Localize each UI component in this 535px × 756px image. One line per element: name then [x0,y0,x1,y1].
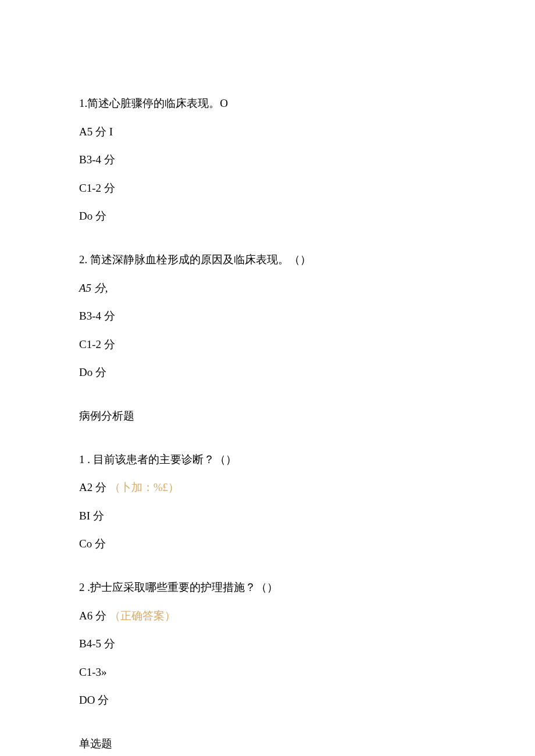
q4-option-d: DO 分 [79,693,477,708]
q2-option-a: A5 分, [79,281,477,296]
q1-option-b: B3-4 分 [79,152,477,168]
q4-option-a: A6 分 （正确答案） [79,608,477,624]
q2-option-b: B3-4 分 [79,309,477,324]
q4-option-a-annotation: （正确答案） [109,610,176,622]
q4-option-b: B4-5 分 [79,636,477,652]
q1-option-c: C1-2 分 [79,181,477,196]
q3-option-b: BI 分 [79,508,477,524]
q4-option-a-text: A6 分 [79,610,106,622]
q3-option-a: A2 分 （卜加：%£） [79,480,477,496]
section-case-title: 病例分析题 [79,409,477,424]
q1-option-a: A5 分 I [79,124,477,140]
q2-prompt: 2. 简述深静脉血栓形成的原因及临床表现。（） [79,252,477,268]
section-single-title: 单选题 [79,736,477,752]
q2-option-d: Do 分 [79,365,477,381]
q1-option-d: Do 分 [79,209,477,224]
q3-prompt: 1 . 目前该患者的主要诊断？（） [79,452,477,468]
q4-prompt: 2 .护士应采取哪些重要的护理措施？（） [79,580,477,596]
q3-option-a-annotation: （卜加：%£） [109,481,179,493]
q1-prompt: 1.简述心脏骤停的临床表现。O [79,96,477,112]
q3-option-a-text: A2 分 [79,481,106,493]
page: 1.简述心脏骤停的临床表现。O A5 分 I B3-4 分 C1-2 分 Do … [0,0,535,756]
q3-option-c: Co 分 [79,536,477,552]
q4-option-c: C1-3» [79,665,477,680]
q2-option-c: C1-2 分 [79,337,477,353]
